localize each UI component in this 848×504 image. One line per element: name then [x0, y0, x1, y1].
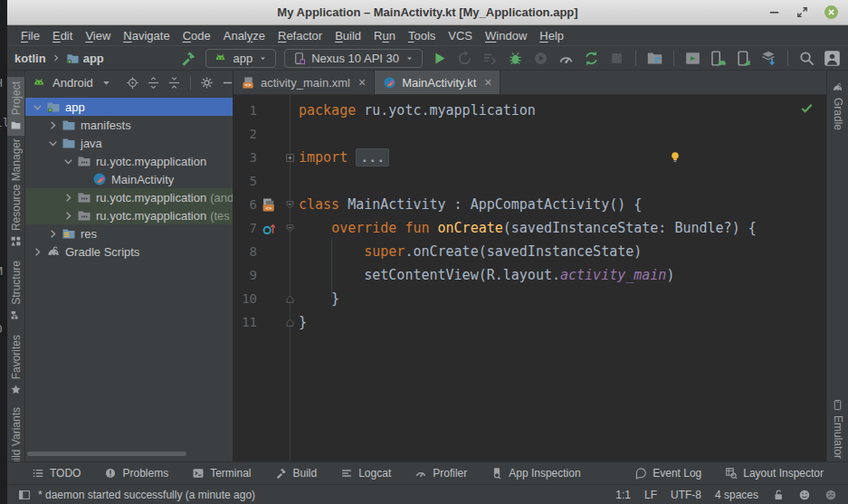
fold-marker-icon[interactable]: [285, 294, 295, 304]
tree-expand-icon[interactable]: [46, 119, 60, 132]
toolwindow-terminal[interactable]: Terminal: [180, 462, 262, 484]
line-separator[interactable]: LF: [644, 489, 657, 501]
menu-file[interactable]: File: [14, 28, 46, 43]
maximize-window-icon[interactable]: [796, 5, 809, 19]
tab-mainactivity-kt[interactable]: MainActivity.kt×: [375, 71, 500, 94]
code-line[interactable]: 7 override fun onCreate(savedInstanceSta…: [233, 216, 826, 240]
breadcrumb-kotlin[interactable]: kotlin: [14, 52, 46, 65]
panel-settings-button[interactable]: [200, 76, 214, 90]
tree-item-mainactivity[interactable]: MainActivity: [25, 170, 233, 188]
fold-marker-icon[interactable]: [285, 318, 295, 328]
close-tab-icon[interactable]: ×: [484, 76, 491, 89]
apply-changes-button[interactable]: [456, 50, 473, 67]
menu-refactor[interactable]: Refactor: [272, 28, 329, 43]
toolwindow-build[interactable]: Build: [263, 462, 329, 484]
chevron-down-icon[interactable]: [100, 76, 113, 90]
close-window-icon[interactable]: [824, 5, 839, 20]
toolwindow-logcat[interactable]: Logcat: [329, 462, 403, 484]
device-manager-button[interactable]: [710, 50, 727, 67]
tree-item-package-main[interactable]: ru.yotc.myapplication: [25, 152, 233, 170]
menu-tools[interactable]: Tools: [402, 28, 442, 43]
tree-expand-icon[interactable]: [62, 191, 75, 204]
stripe-gradle[interactable]: Gradle: [827, 77, 848, 135]
tree-item-gradle-scripts[interactable]: Gradle Scripts: [25, 242, 233, 261]
expand-all-button[interactable]: [147, 76, 160, 90]
menu-edit[interactable]: Edit: [46, 28, 79, 43]
device-dropdown[interactable]: Nexus 10 API 30: [284, 49, 423, 68]
toolwindow-profiler[interactable]: Profiler: [403, 462, 479, 484]
fold-marker-icon[interactable]: [285, 200, 295, 210]
fold-marker-icon[interactable]: [285, 223, 295, 233]
stripe-structure[interactable]: Structure: [7, 256, 24, 326]
tree-item-res[interactable]: res: [25, 224, 233, 242]
code-line[interactable]: 8 super.onCreate(savedInstanceState): [233, 240, 826, 263]
stripe-favorites[interactable]: Favorites: [7, 330, 24, 400]
toolwindow-app-inspection[interactable]: App Inspection: [479, 462, 592, 484]
menu-build[interactable]: Build: [329, 28, 367, 43]
menu-navigate[interactable]: Navigate: [117, 28, 176, 43]
run-button[interactable]: [431, 50, 448, 67]
tree-collapse-icon[interactable]: [31, 100, 44, 114]
menu-vcs[interactable]: VCS: [442, 28, 479, 43]
menu-code[interactable]: Code: [176, 28, 217, 43]
close-tab-icon[interactable]: ×: [358, 76, 366, 89]
tab-activity-main-xml[interactable]: <>activity_main.xml×: [233, 71, 375, 94]
profile-app-button[interactable]: [557, 50, 575, 67]
code-line[interactable]: 9 setContentView(R.layout.activity_main): [233, 263, 826, 287]
code-editor[interactable]: 1package ru.yotc.myapplication23import .…: [233, 95, 826, 461]
face-sad-icon[interactable]: [824, 489, 837, 501]
logcat-button[interactable]: [684, 50, 701, 67]
build-project-button[interactable]: [180, 50, 197, 67]
indent-config[interactable]: 4 spaces: [715, 489, 758, 501]
code-line[interactable]: 11}: [233, 310, 826, 334]
tree-item-package-androidtest[interactable]: ru.yotc.myapplication(and: [25, 188, 233, 206]
menu-view[interactable]: View: [79, 28, 117, 43]
code-line[interactable]: 1package ru.yotc.myapplication: [233, 99, 826, 122]
face-happy-icon[interactable]: [798, 489, 811, 501]
project-panel-hscrollbar[interactable]: [27, 452, 186, 456]
stripe-build-variants[interactable]: Build Variants: [7, 403, 24, 461]
code-line[interactable]: 3import ...: [233, 146, 826, 169]
tree-collapse-icon[interactable]: [62, 155, 75, 168]
project-view-selector[interactable]: Android: [52, 76, 93, 90]
intention-bulb-icon[interactable]: [668, 149, 682, 166]
device-file-explorer-button[interactable]: [646, 50, 663, 67]
hide-panel-button[interactable]: [221, 76, 234, 90]
tree-item-app[interactable]: app: [25, 98, 233, 116]
layout-gutter-icon[interactable]: <>: [262, 197, 277, 213]
layout-inspector-toolbar-button[interactable]: [735, 50, 752, 67]
tree-expand-icon[interactable]: [62, 209, 75, 223]
select-opened-file-button[interactable]: [126, 76, 139, 90]
tree-item-java[interactable]: java: [25, 134, 233, 152]
code-line[interactable]: 5: [233, 169, 826, 193]
attach-debugger-button[interactable]: [532, 50, 549, 67]
code-line[interactable]: 2: [233, 122, 826, 146]
breadcrumb-app[interactable]: app: [66, 52, 104, 65]
apply-code-changes-button[interactable]: [481, 50, 499, 67]
inspections-ok-icon[interactable]: [800, 101, 814, 115]
fold-marker-icon[interactable]: [285, 153, 295, 163]
profile-avatar-button[interactable]: [824, 50, 841, 67]
file-encoding[interactable]: UTF-8: [671, 489, 701, 501]
minimize-window-icon[interactable]: [767, 5, 781, 19]
toolwindow-toggle-icon[interactable]: [18, 489, 31, 501]
toolwindow-layout-inspector[interactable]: Layout Inspector: [713, 467, 835, 480]
toolwindow-event-log[interactable]: Event Log: [623, 467, 713, 480]
tree-expand-icon[interactable]: [46, 227, 60, 241]
tree-collapse-icon[interactable]: [46, 137, 60, 150]
sync-gradle-button[interactable]: [583, 50, 600, 67]
tree-item-manifests[interactable]: manifests: [25, 116, 233, 134]
lock-open-icon[interactable]: [772, 489, 785, 501]
caret-position[interactable]: 1:1: [615, 489, 631, 501]
stripe-emulator[interactable]: Emulator: [827, 395, 848, 461]
toolwindow-todo[interactable]: TODO: [20, 462, 92, 484]
stripe-resource-manager[interactable]: Resource Manager: [7, 134, 24, 252]
menu-window[interactable]: Window: [479, 28, 533, 43]
menu-analyze[interactable]: Analyze: [217, 28, 272, 43]
sdk-manager-button[interactable]: [760, 50, 777, 67]
stripe-project[interactable]: Project: [7, 77, 24, 136]
menu-help[interactable]: Help: [533, 28, 570, 43]
override-gutter-icon[interactable]: [262, 221, 277, 236]
debug-button[interactable]: [507, 50, 524, 67]
collapse-all-button[interactable]: [167, 76, 181, 90]
